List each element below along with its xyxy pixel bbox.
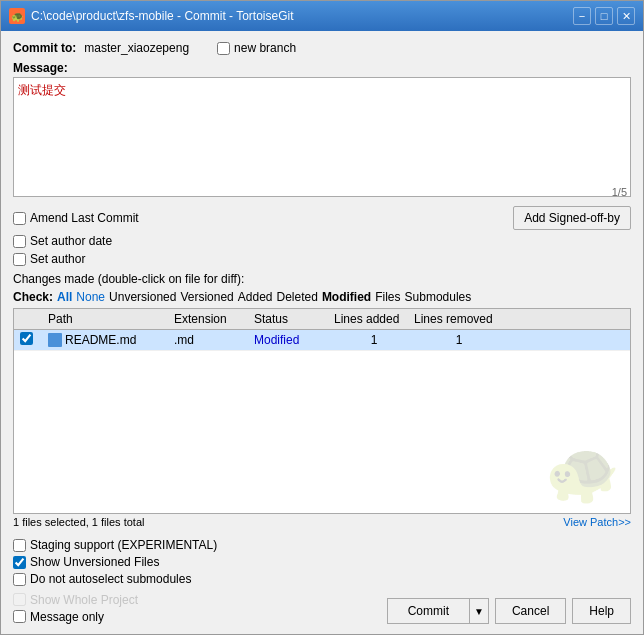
show-unversioned-label[interactable]: Show Unversioned Files (13, 555, 631, 569)
row-extension: .md (174, 333, 254, 347)
main-window: 🐢 C:\code\product\zfs-mobile - Commit - … (0, 0, 644, 635)
author-date-label[interactable]: Set author date (13, 234, 112, 248)
filter-files[interactable]: Files (375, 290, 400, 304)
col-header-status: Status (254, 312, 334, 326)
author-label[interactable]: Set author (13, 252, 85, 266)
commit-button[interactable]: Commit (387, 598, 469, 624)
row-path: README.md (44, 333, 174, 348)
message-section: Message: 测试提交 1/5 (13, 61, 631, 200)
cancel-button[interactable]: Cancel (495, 598, 566, 624)
author-text: Set author (30, 252, 85, 266)
amend-text: Amend Last Commit (30, 211, 139, 225)
bottom-buttons: Commit ▼ Cancel Help (387, 598, 631, 624)
author-date-text: Set author date (30, 234, 112, 248)
filter-modified[interactable]: Modified (322, 290, 371, 304)
filter-versioned[interactable]: Versioned (180, 290, 233, 304)
filter-added[interactable]: Added (238, 290, 273, 304)
show-whole-project-text: Show Whole Project (30, 593, 138, 607)
title-bar: 🐢 C:\code\product\zfs-mobile - Commit - … (1, 1, 643, 31)
do-not-autoselect-label[interactable]: Do not autoselect submodules (13, 572, 631, 586)
new-branch-label: new branch (234, 41, 296, 55)
message-label: Message: (13, 61, 631, 75)
staging-support-text: Staging support (EXPERIMENTAL) (30, 538, 217, 552)
row-checkbox-cell (14, 332, 44, 348)
commit-to-row: Commit to: master_xiaozepeng new branch (13, 41, 631, 55)
amend-label[interactable]: Amend Last Commit (13, 211, 139, 225)
amend-row: Amend Last Commit Add Signed-off-by (13, 206, 631, 230)
do-not-autoselect-checkbox[interactable] (13, 573, 26, 586)
add-signed-off-button[interactable]: Add Signed-off-by (513, 206, 631, 230)
char-count: 1/5 (612, 186, 627, 198)
filter-submodules[interactable]: Submodules (405, 290, 472, 304)
title-buttons: − □ ✕ (573, 7, 635, 25)
filter-row: Check: All None Unversioned Versioned Ad… (13, 290, 631, 304)
amend-checkbox[interactable] (13, 212, 26, 225)
row-lines-added: 1 (334, 333, 414, 347)
bottom-left-options: Show Whole Project Message only (13, 593, 138, 624)
show-unversioned-checkbox[interactable] (13, 556, 26, 569)
file-table-header: Path Extension Status Lines added Lines … (14, 309, 630, 330)
file-icon (48, 333, 62, 347)
do-not-autoselect-text: Do not autoselect submodules (30, 572, 191, 586)
col-header-check (14, 312, 44, 326)
minimize-button[interactable]: − (573, 7, 591, 25)
commit-to-label: Commit to: (13, 41, 76, 55)
commit-dropdown-button[interactable]: ▼ (469, 598, 489, 624)
changes-title: Changes made (double-click on file for d… (13, 272, 631, 286)
title-bar-left: 🐢 C:\code\product\zfs-mobile - Commit - … (9, 8, 294, 24)
new-branch-checkbox-label[interactable]: new branch (217, 41, 296, 55)
staging-support-checkbox[interactable] (13, 539, 26, 552)
file-info-row: 1 files selected, 1 files total View Pat… (13, 516, 631, 528)
commit-button-group: Commit ▼ (387, 598, 489, 624)
author-date-checkbox[interactable] (13, 235, 26, 248)
author-date-row: Set author date (13, 234, 631, 248)
window-title: C:\code\product\zfs-mobile - Commit - To… (31, 9, 294, 23)
show-whole-project-label[interactable]: Show Whole Project (13, 593, 138, 607)
col-header-lines-added: Lines added (334, 312, 414, 326)
message-textarea[interactable]: 测试提交 (13, 77, 631, 197)
author-row: Set author (13, 252, 631, 266)
options-section: Amend Last Commit Add Signed-off-by Set … (13, 206, 631, 266)
check-label: Check: (13, 290, 53, 304)
col-header-path: Path (44, 312, 174, 326)
filter-unversioned[interactable]: Unversioned (109, 290, 176, 304)
app-icon: 🐢 (9, 8, 25, 24)
table-row[interactable]: README.md .md Modified 1 1 (14, 330, 630, 351)
message-only-label[interactable]: Message only (13, 610, 138, 624)
tortoise-watermark: 🐢 (545, 437, 620, 508)
row-status: Modified (254, 333, 334, 347)
filter-deleted[interactable]: Deleted (277, 290, 318, 304)
filter-none[interactable]: None (76, 290, 105, 304)
bottom-bar: Show Whole Project Message only Commit ▼… (13, 592, 631, 624)
file-table: Path Extension Status Lines added Lines … (13, 308, 631, 514)
bottom-options: Staging support (EXPERIMENTAL) Show Unve… (13, 538, 631, 586)
message-only-text: Message only (30, 610, 104, 624)
message-container: 测试提交 1/5 (13, 77, 631, 200)
new-branch-checkbox[interactable] (217, 42, 230, 55)
maximize-button[interactable]: □ (595, 7, 613, 25)
filter-all[interactable]: All (57, 290, 72, 304)
author-checkbox[interactable] (13, 253, 26, 266)
col-header-lines-removed: Lines removed (414, 312, 504, 326)
show-whole-project-checkbox (13, 593, 26, 606)
row-lines-removed: 1 (414, 333, 504, 347)
view-patch-link[interactable]: View Patch>> (563, 516, 631, 528)
close-button[interactable]: ✕ (617, 7, 635, 25)
file-checkbox[interactable] (20, 332, 33, 345)
staging-support-label[interactable]: Staging support (EXPERIMENTAL) (13, 538, 631, 552)
help-button[interactable]: Help (572, 598, 631, 624)
changes-section: Changes made (double-click on file for d… (13, 272, 631, 528)
col-header-extension: Extension (174, 312, 254, 326)
file-info-text: 1 files selected, 1 files total (13, 516, 144, 528)
window-content: Commit to: master_xiaozepeng new branch … (1, 31, 643, 634)
branch-name: master_xiaozepeng (84, 41, 189, 55)
show-unversioned-text: Show Unversioned Files (30, 555, 159, 569)
message-only-checkbox[interactable] (13, 610, 26, 623)
